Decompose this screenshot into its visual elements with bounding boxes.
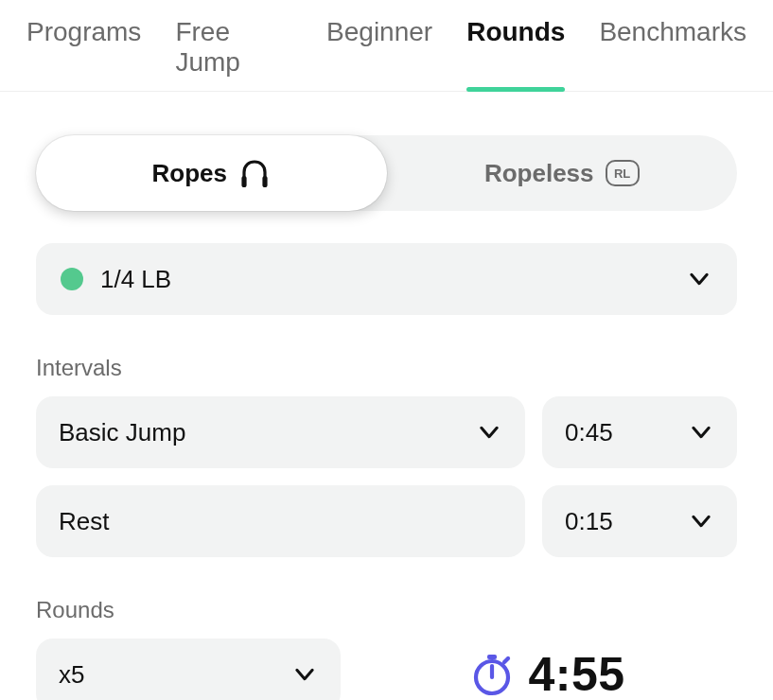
total-time: 4:55	[358, 647, 737, 700]
weight-color-dot	[61, 268, 83, 290]
total-time-value: 4:55	[528, 647, 624, 700]
svg-rect-3	[487, 655, 497, 659]
svg-rect-0	[241, 176, 246, 187]
rope-icon	[238, 159, 271, 187]
rest-label: Rest	[59, 507, 502, 536]
exercise-select[interactable]: Basic Jump	[36, 396, 525, 468]
intervals-heading: Intervals	[36, 355, 737, 381]
svg-rect-1	[262, 176, 267, 187]
rope-mode-segmented: Ropes Ropeless RL	[36, 135, 737, 211]
rest-time-label: 0:15	[565, 507, 688, 536]
chevron-down-icon	[476, 419, 502, 446]
weight-label: 1/4 LB	[100, 265, 686, 294]
exercise-label: Basic Jump	[59, 418, 476, 447]
stopwatch-icon	[469, 652, 515, 697]
exercise-time-select[interactable]: 0:45	[542, 396, 737, 468]
tab-programs[interactable]: Programs	[26, 17, 141, 91]
segment-ropes-label: Ropes	[152, 159, 227, 188]
content-area: Ropes Ropeless RL 1/4 LB Intervals Basic…	[0, 92, 773, 700]
top-tabs: Programs Free Jump Beginner Rounds Bench…	[0, 0, 773, 92]
rounds-value: x5	[59, 660, 291, 690]
chevron-down-icon	[686, 266, 712, 292]
tab-benchmarks[interactable]: Benchmarks	[599, 17, 747, 91]
chevron-down-icon	[291, 661, 318, 688]
rest-select[interactable]: Rest	[36, 485, 525, 557]
rest-time-select[interactable]: 0:15	[542, 485, 737, 557]
segment-ropeless-label: Ropeless	[484, 159, 594, 188]
interval-row: Rest 0:15	[36, 485, 737, 557]
weight-select[interactable]: 1/4 LB	[36, 243, 737, 315]
tab-beginner[interactable]: Beginner	[326, 17, 432, 91]
segment-ropes[interactable]: Ropes	[36, 135, 387, 211]
chevron-down-icon	[688, 419, 714, 446]
rounds-row: x5 4:55	[36, 639, 737, 700]
segment-ropeless[interactable]: Ropeless RL	[387, 135, 738, 211]
tab-free-jump[interactable]: Free Jump	[175, 17, 292, 91]
ropeless-icon: RL	[606, 160, 640, 186]
exercise-time-label: 0:45	[565, 418, 688, 447]
chevron-down-icon	[688, 508, 714, 534]
svg-line-5	[504, 658, 508, 662]
interval-row: Basic Jump 0:45	[36, 396, 737, 468]
tab-rounds[interactable]: Rounds	[466, 17, 565, 91]
rounds-heading: Rounds	[36, 597, 737, 623]
rounds-select[interactable]: x5	[36, 639, 341, 700]
